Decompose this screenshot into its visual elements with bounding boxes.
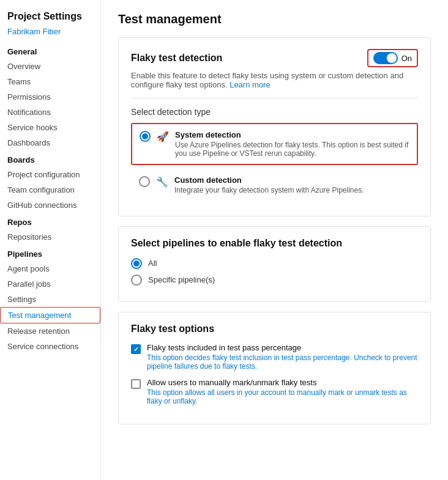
custom-detection-option[interactable]: 🔧 Custom detection Integrate your flaky …: [131, 169, 418, 201]
system-icon: 🚀: [157, 131, 169, 142]
divider: [131, 98, 418, 98]
toggle-label: On: [401, 54, 412, 63]
sidebar-section-general: General: [0, 42, 100, 59]
page-title: Test management: [118, 12, 431, 26]
sidebar-item-repositories[interactable]: Repositories: [0, 229, 100, 245]
flaky-detection-title: Flaky test detection: [131, 53, 222, 64]
learn-more-link[interactable]: Learn more: [230, 80, 270, 89]
include-percentage-label: Flaky tests included in test pass percen…: [147, 343, 418, 352]
sidebar-item-dashboards[interactable]: Dashboards: [0, 135, 100, 150]
system-detection-radio[interactable]: [140, 131, 151, 142]
allow-manual-checkbox[interactable]: [131, 379, 141, 389]
flaky-options-title: Flaky test options: [131, 323, 418, 334]
card-header-row: Flaky test detection On: [131, 49, 418, 67]
flaky-toggle[interactable]: [373, 52, 398, 64]
allow-manual-row: Allow users to manually mark/unmark flak…: [131, 378, 418, 405]
pipelines-title: Select pipelines to enable flaky test de…: [131, 238, 418, 249]
system-detection-label: System detection: [175, 130, 409, 139]
include-percentage-text: Flaky tests included in test pass percen…: [147, 343, 418, 371]
all-pipelines-label: All: [148, 259, 157, 268]
sidebar-title: Project Settings: [0, 6, 100, 26]
flaky-detection-desc: Enable this feature to detect flaky test…: [131, 71, 418, 89]
toggle-container[interactable]: On: [367, 49, 418, 67]
pipelines-card: Select pipelines to enable flaky test de…: [118, 226, 431, 302]
sidebar-item-overview[interactable]: Overview: [0, 59, 100, 74]
sidebar-section-boards: Boards: [0, 150, 100, 167]
custom-detection-desc: Integrate your flaky detection system wi…: [174, 186, 364, 194]
allow-manual-label: Allow users to manually mark/unmark flak…: [147, 378, 418, 387]
all-pipelines-radio[interactable]: [131, 258, 142, 269]
toggle-thumb: [387, 53, 397, 63]
sidebar-section-pipelines: Pipelines: [0, 245, 100, 261]
sidebar: Project Settings Fabrikam Fiber GeneralO…: [0, 0, 101, 480]
sidebar-item-parallel-jobs[interactable]: Parallel jobs: [0, 276, 100, 292]
system-detection-option[interactable]: 🚀 System detection Use Azure Pipelines d…: [131, 123, 418, 165]
sidebar-subtitle[interactable]: Fabrikam Fiber: [0, 26, 100, 42]
sidebar-item-permissions[interactable]: Permissions: [0, 89, 100, 105]
allow-manual-desc: This option allows all users in your acc…: [147, 388, 418, 405]
sidebar-item-service-hooks[interactable]: Service hooks: [0, 120, 100, 135]
include-percentage-checkbox[interactable]: ✓: [131, 344, 141, 354]
all-pipelines-row[interactable]: All: [131, 257, 418, 269]
sidebar-item-github-connections[interactable]: GitHub connections: [0, 198, 100, 213]
sidebar-item-release-retention[interactable]: Release retention: [0, 323, 100, 339]
allow-manual-text: Allow users to manually mark/unmark flak…: [147, 378, 418, 405]
sidebar-item-test-management[interactable]: Test management: [0, 307, 100, 323]
flaky-detection-card: Flaky test detection On Enable this feat…: [118, 37, 431, 216]
flaky-options-card: Flaky test options ✓ Flaky tests include…: [118, 312, 431, 424]
main-content: Test management Flaky test detection On …: [101, 0, 448, 480]
custom-detection-radio[interactable]: [139, 176, 150, 187]
sidebar-item-project-configuration[interactable]: Project configuration: [0, 167, 100, 182]
sidebar-item-agent-pools[interactable]: Agent pools: [0, 261, 100, 276]
sidebar-item-notifications[interactable]: Notifications: [0, 105, 100, 120]
include-percentage-desc: This option decides flaky test inclusion…: [147, 353, 418, 371]
checkmark-icon: ✓: [133, 346, 139, 353]
include-percentage-row: ✓ Flaky tests included in test pass perc…: [131, 343, 418, 371]
sidebar-item-service-connections[interactable]: Service connections: [0, 339, 100, 354]
custom-detection-text: Custom detection Integrate your flaky de…: [174, 175, 364, 194]
sidebar-section-repos: Repos: [0, 213, 100, 229]
custom-detection-label: Custom detection: [174, 175, 364, 185]
detection-type-label: Select detection type: [131, 107, 418, 117]
sidebar-nav: GeneralOverviewTeamsPermissionsNotificat…: [0, 42, 100, 354]
specific-pipelines-radio[interactable]: [131, 275, 142, 286]
specific-pipelines-label: Specific pipeline(s): [148, 275, 215, 284]
system-detection-text: System detection Use Azure Pipelines det…: [175, 130, 409, 158]
custom-icon: 🔧: [156, 176, 168, 188]
sidebar-item-teams[interactable]: Teams: [0, 74, 100, 89]
system-detection-desc: Use Azure Pipelines detection for flaky …: [175, 141, 409, 158]
specific-pipelines-row[interactable]: Specific pipeline(s): [131, 274, 418, 286]
sidebar-item-team-configuration[interactable]: Team configuration: [0, 182, 100, 198]
sidebar-item-settings[interactable]: Settings: [0, 292, 100, 307]
